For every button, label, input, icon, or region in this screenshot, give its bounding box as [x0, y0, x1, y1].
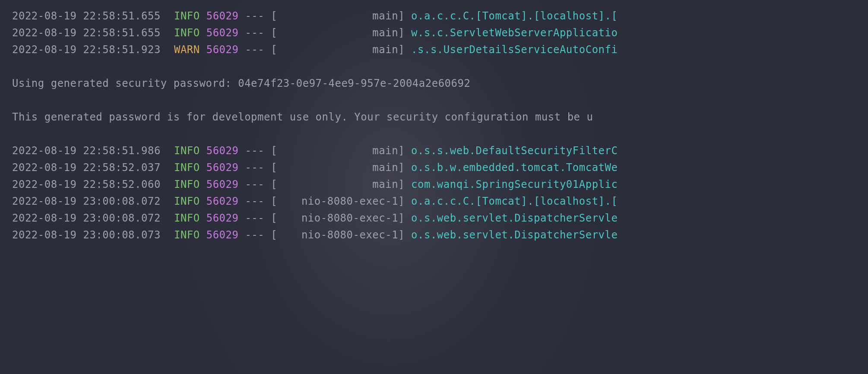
- log-thread: nio-8080-exec-1: [277, 227, 398, 244]
- log-level: INFO: [174, 162, 200, 174]
- log-entry: 2022-08-19 22:58:51.655 INFO 56029 --- […: [12, 25, 868, 41]
- log-separator: ---: [238, 212, 271, 224]
- log-logger: o.s.s.web.DefaultSecurityFilterC: [411, 145, 618, 157]
- log-entry: 2022-08-19 23:00:08.072 INFO 56029 --- […: [12, 210, 868, 227]
- log-message-line: Using generated security password: 04e74…: [12, 75, 868, 92]
- log-logger: o.a.c.c.C.[Tomcat].[localhost].[: [411, 195, 618, 207]
- log-separator: ---: [238, 162, 271, 174]
- log-logger: o.s.web.servlet.DispatcherServle: [411, 212, 618, 224]
- log-timestamp: 2022-08-19 22:58:51.923: [12, 41, 168, 58]
- log-pid: 56029: [206, 44, 239, 56]
- log-separator: ---: [238, 10, 271, 22]
- log-timestamp: 2022-08-19 23:00:08.072: [12, 210, 168, 227]
- log-thread: nio-8080-exec-1: [277, 210, 398, 227]
- log-timestamp: 2022-08-19 22:58:52.037: [12, 159, 168, 176]
- log-timestamp: 2022-08-19 23:00:08.072: [12, 193, 168, 210]
- log-separator: ---: [238, 229, 271, 241]
- blank-line: [12, 58, 868, 75]
- log-entry: 2022-08-19 22:58:51.986 INFO 56029 --- […: [12, 143, 868, 159]
- log-logger: o.s.b.w.embedded.tomcat.TomcatWe: [411, 162, 618, 174]
- log-logger: o.s.web.servlet.DispatcherServle: [411, 229, 618, 241]
- log-thread: main: [277, 25, 398, 41]
- log-thread: nio-8080-exec-1: [277, 193, 398, 210]
- log-pid: 56029: [206, 212, 239, 224]
- log-separator: ---: [238, 44, 271, 56]
- log-thread: main: [277, 8, 398, 25]
- log-thread: main: [277, 41, 398, 58]
- log-level: INFO: [174, 27, 200, 39]
- log-level: WARN: [174, 44, 200, 56]
- log-thread: main: [277, 159, 398, 176]
- log-separator: ---: [238, 27, 271, 39]
- log-timestamp: 2022-08-19 23:00:08.073: [12, 227, 168, 244]
- log-thread: main: [277, 143, 398, 159]
- blank-line: [12, 126, 868, 143]
- log-logger: com.wanqi.SpringSecurity01Applic: [411, 178, 618, 190]
- log-level: INFO: [174, 145, 200, 157]
- log-pid: 56029: [206, 195, 239, 207]
- log-pid: 56029: [206, 27, 239, 39]
- log-separator: ---: [238, 178, 271, 190]
- log-timestamp: 2022-08-19 22:58:51.655: [12, 8, 168, 25]
- log-separator: ---: [238, 195, 271, 207]
- log-entry: 2022-08-19 23:00:08.073 INFO 56029 --- […: [12, 227, 868, 244]
- log-thread: main: [277, 176, 398, 193]
- log-level: INFO: [174, 178, 200, 190]
- log-logger: o.a.c.c.C.[Tomcat].[localhost].[: [411, 10, 618, 22]
- log-pid: 56029: [206, 162, 239, 174]
- log-level: INFO: [174, 212, 200, 224]
- log-timestamp: 2022-08-19 22:58:51.655: [12, 25, 168, 41]
- log-entry: 2022-08-19 22:58:51.655 INFO 56029 --- […: [12, 8, 868, 25]
- log-entry: 2022-08-19 22:58:52.037 INFO 56029 --- […: [12, 159, 868, 176]
- log-pid: 56029: [206, 10, 239, 22]
- log-level: INFO: [174, 195, 200, 207]
- log-entry: 2022-08-19 22:58:51.923 WARN 56029 --- […: [12, 41, 868, 58]
- log-level: INFO: [174, 229, 200, 241]
- log-message-line: This generated password is for developme…: [12, 109, 868, 126]
- log-level: INFO: [174, 10, 200, 22]
- blank-line: [12, 92, 868, 109]
- log-entry: 2022-08-19 22:58:52.060 INFO 56029 --- […: [12, 176, 868, 193]
- log-timestamp: 2022-08-19 22:58:52.060: [12, 176, 168, 193]
- log-entry: 2022-08-19 23:00:08.072 INFO 56029 --- […: [12, 193, 868, 210]
- log-logger: .s.s.UserDetailsServiceAutoConfi: [411, 44, 618, 56]
- log-pid: 56029: [206, 178, 239, 190]
- log-pid: 56029: [206, 145, 239, 157]
- log-logger: w.s.c.ServletWebServerApplicatio: [411, 27, 618, 39]
- log-pid: 56029: [206, 229, 239, 241]
- log-separator: ---: [238, 145, 271, 157]
- log-timestamp: 2022-08-19 22:58:51.986: [12, 143, 168, 159]
- log-output: 2022-08-19 22:58:51.655 INFO 56029 --- […: [12, 8, 868, 244]
